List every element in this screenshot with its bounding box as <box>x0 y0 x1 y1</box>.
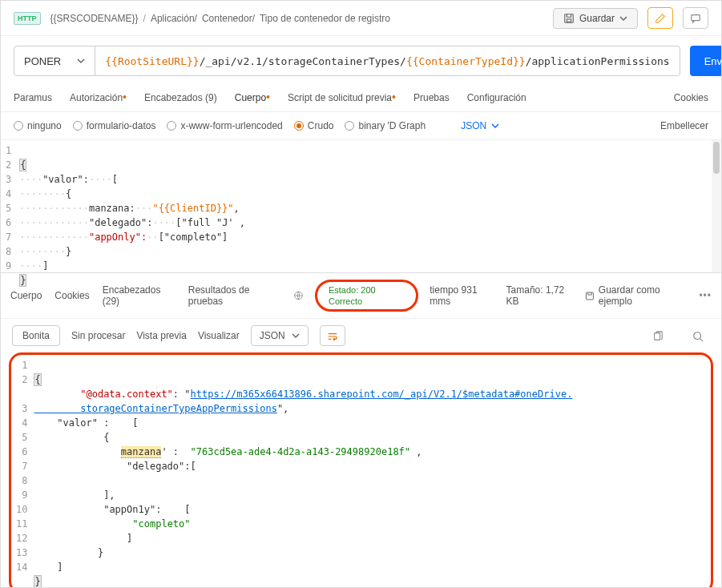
chevron-down-icon <box>292 332 300 340</box>
breadcrumb: {{SRSCODENAME}} / Aplicación/ Contenedor… <box>50 13 543 24</box>
svg-rect-1 <box>567 19 571 22</box>
response-format-select[interactable]: JSON <box>251 325 309 346</box>
wrap-toggle[interactable] <box>320 325 345 346</box>
save-icon <box>563 13 575 24</box>
tab-settings[interactable]: Configuración <box>467 92 526 103</box>
resp-tab-cookies[interactable]: Cookies <box>54 290 89 301</box>
radio-icon <box>167 121 176 131</box>
http-badge: HTTP <box>14 12 41 25</box>
tab-preview[interactable]: Vista previa <box>136 330 186 341</box>
save-label: Guardar <box>579 13 615 24</box>
resp-code-content[interactable]: { "@odata.context": "https://m365x664138… <box>34 355 711 588</box>
tab-body[interactable]: Cuerpo• <box>235 92 270 103</box>
tab-headers[interactable]: Encabezados (9) <box>144 92 217 103</box>
response-size: Tamaño: 1,72 KB <box>506 284 574 307</box>
tab-pretty[interactable]: Bonita <box>12 325 60 346</box>
method-label: PONER <box>24 55 61 67</box>
tab-visualize[interactable]: Visualizar <box>198 330 240 341</box>
edit-button[interactable] <box>647 7 673 29</box>
response-time: tiempo 931 mms <box>430 284 494 307</box>
save-example-button[interactable]: Guardar como ejemplo <box>585 284 688 307</box>
svg-rect-2 <box>692 15 700 21</box>
highlighted-key: manzana <box>121 446 162 458</box>
url-input[interactable]: {{RootSiteURL}}/_api/v2.1/storageContain… <box>95 55 679 67</box>
method-select[interactable]: PONER <box>14 46 95 75</box>
resp-line-gutter: 12 34567891011121314 <box>11 355 34 588</box>
body-none[interactable]: ninguno <box>14 120 62 131</box>
url-var-containerid: {{ContainerTypeId}} <box>406 55 526 67</box>
status-highlight: Estado: 200 Correcto <box>315 280 418 312</box>
svg-point-6 <box>694 332 701 340</box>
copy-icon <box>652 331 664 342</box>
svg-rect-5 <box>655 333 660 340</box>
status-text: Estado: 200 Correcto <box>329 285 376 306</box>
send-label: Enviar <box>690 55 722 67</box>
search-button[interactable] <box>686 327 710 345</box>
cookies-link[interactable]: Cookies <box>674 92 708 103</box>
send-button[interactable]: Enviar <box>690 46 722 76</box>
line-gutter: 123456789 <box>1 140 19 272</box>
pencil-icon <box>655 13 666 24</box>
chevron-down-icon <box>491 122 499 130</box>
crumb-1[interactable]: Aplicación/ <box>151 13 197 24</box>
save-icon <box>585 291 595 301</box>
crumb-0[interactable]: {{SRSCODENAME}} <box>50 13 139 24</box>
response-highlight: 12 34567891011121314 { "@odata.context":… <box>9 352 713 588</box>
crumb-3: Tipo de contenedor de registro <box>260 13 390 24</box>
tab-params[interactable]: Paramus <box>14 92 52 103</box>
comment-button[interactable] <box>683 7 708 29</box>
url-path-1: /_api/v2.1/storageContainerTypes/ <box>200 55 406 67</box>
code-content[interactable]: { ····"valor":····[ ········{ ··········… <box>19 140 712 272</box>
body-format-select[interactable]: JSON <box>461 120 499 131</box>
copy-button[interactable] <box>646 327 670 345</box>
tab-auth[interactable]: Autorización• <box>70 92 127 103</box>
crumb-2[interactable]: Contenedor/ <box>202 13 255 24</box>
resp-tab-body[interactable]: Cuerpo <box>10 290 42 301</box>
scroll-thumb[interactable] <box>713 142 720 174</box>
comment-icon <box>690 13 701 24</box>
resp-tab-results[interactable]: Resultados de pruebas <box>188 284 280 307</box>
body-raw[interactable]: Crudo <box>294 120 334 131</box>
more-options[interactable]: ••• <box>699 290 712 301</box>
wrap-icon <box>327 332 338 341</box>
radio-icon <box>14 121 23 131</box>
body-formdata[interactable]: formulario-datos <box>73 120 156 131</box>
url-path-2: /applicationPermissions <box>526 55 670 67</box>
body-binary[interactable]: binary 'D Graph <box>345 120 426 131</box>
globe-icon <box>293 290 304 301</box>
search-icon <box>692 331 704 342</box>
response-body[interactable]: 12 34567891011121314 { "@odata.context":… <box>11 355 711 588</box>
radio-selected-icon <box>294 121 304 131</box>
chevron-down-icon <box>77 57 85 65</box>
tab-tests[interactable]: Pruebas <box>413 92 450 103</box>
chevron-down-icon <box>619 14 627 22</box>
radio-icon <box>73 121 83 131</box>
beautify-link[interactable]: Embellecer <box>660 120 708 131</box>
request-body-editor[interactable]: 123456789 { ····"valor":····[ ········{ … <box>1 140 721 273</box>
scrollbar-vertical[interactable] <box>712 140 721 272</box>
save-button[interactable]: Guardar <box>553 8 638 29</box>
resp-tab-headers[interactable]: Encabezados (29) <box>103 284 175 307</box>
url-var-rootsite: {{RootSiteURL}} <box>105 55 199 67</box>
tab-prereq[interactable]: Script de solicitud previa• <box>288 92 396 103</box>
tab-raw[interactable]: Sin procesar <box>71 330 125 341</box>
svg-rect-4 <box>586 292 593 300</box>
radio-icon <box>345 121 354 131</box>
svg-rect-0 <box>565 14 574 22</box>
body-urlencoded[interactable]: x-www-form-urlencoded <box>167 120 282 131</box>
